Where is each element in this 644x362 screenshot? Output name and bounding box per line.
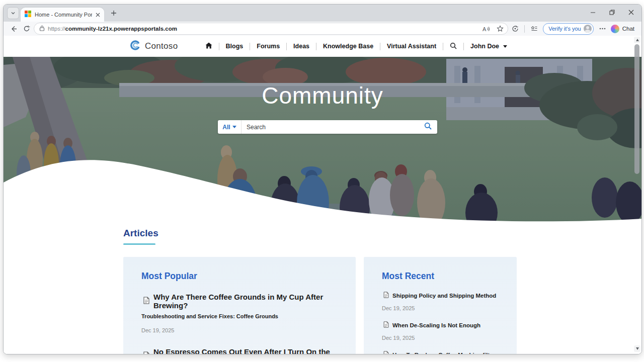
tab-strip: Home - Community Portal — [4, 5, 641, 22]
document-icon — [143, 351, 149, 354]
hero-search-bar: All — [218, 120, 437, 134]
avatar — [584, 25, 592, 33]
url-field[interactable]: https://community-lz21x.powerappsportals… — [34, 23, 508, 35]
url-host: community-lz21x.powerappsportals.com — [65, 26, 177, 32]
hero-title: Community — [4, 82, 641, 109]
search-submit-button[interactable] — [418, 120, 437, 134]
heading-underline — [123, 243, 155, 245]
section-heading: Articles — [123, 228, 641, 239]
article-date: Dec 19, 2025 — [382, 305, 499, 311]
new-tab-button[interactable] — [107, 7, 120, 20]
document-icon — [143, 297, 149, 306]
read-aloud-icon[interactable]: A — [480, 23, 492, 34]
back-icon[interactable] — [8, 23, 20, 35]
search-icon — [424, 122, 432, 132]
tab-close-icon[interactable] — [96, 13, 100, 17]
most-recent-card: Most Recent Shipping Policy and Shipping… — [364, 257, 517, 354]
document-icon — [383, 321, 389, 329]
hero-banner: Community All — [4, 57, 641, 222]
close-button[interactable] — [621, 5, 640, 20]
url-text[interactable]: https://community-lz21x.powerappsportals… — [48, 26, 477, 32]
search-icon — [450, 42, 457, 51]
nav-item-virtual-assistant[interactable]: Virtual Assistant — [380, 43, 443, 50]
scrollbar-thumb[interactable] — [634, 44, 639, 174]
article-link[interactable]: No Espresso Comes Out Even After I Turn … — [143, 347, 338, 354]
contoso-logo-icon — [130, 40, 140, 52]
browser-essentials-icon[interactable] — [509, 23, 521, 35]
restore-button[interactable] — [602, 5, 621, 20]
article-title: When De-Scaling Is Not Enough — [392, 322, 480, 328]
most-recent-heading: Most Recent — [382, 271, 499, 282]
document-icon — [383, 292, 389, 299]
most-popular-heading: Most Popular — [141, 271, 338, 282]
article-link[interactable]: When De-Scaling Is Not Enough — [383, 321, 499, 329]
copilot-icon — [611, 25, 619, 33]
more-menu-icon[interactable] — [597, 23, 609, 35]
window-controls — [583, 5, 640, 20]
toolbar-divider — [524, 25, 525, 33]
copilot-chat-button[interactable]: Chat — [611, 25, 634, 33]
tab-title: Home - Community Portal — [35, 12, 92, 18]
brand-name: Contoso — [145, 41, 178, 51]
user-menu-label: John Doe — [470, 43, 499, 50]
browser-window: Home - Community Portal — [3, 4, 642, 354]
caret-down-icon — [232, 126, 236, 128]
site-navbar: Contoso Blogs Forums Ideas Knowledge Bas… — [4, 36, 641, 57]
most-popular-card: Most Popular Why Are There Coffee Ground… — [123, 257, 356, 354]
favorite-star-icon[interactable] — [495, 23, 506, 34]
nav-home-button[interactable] — [199, 42, 219, 50]
article-subtitle: Troubleshooting and Service Fixes: Coffe… — [141, 313, 338, 319]
page-scrollbar[interactable] — [634, 37, 640, 352]
article-title: Shipping Policy and Shipping Method — [392, 293, 496, 299]
nav-item-ideas[interactable]: Ideas — [287, 43, 316, 50]
article-link[interactable]: Shipping Policy and Shipping Method — [383, 292, 499, 299]
url-scheme: https:// — [48, 26, 65, 32]
brand[interactable]: Contoso — [130, 36, 178, 57]
copilot-chat-label: Chat — [622, 26, 634, 32]
site-menu: Blogs Forums Ideas Knowledge Base Virtua… — [199, 36, 514, 57]
article-link[interactable]: Why Are There Coffee Grounds in My Cup A… — [143, 293, 338, 310]
microsoft-favicon — [25, 10, 31, 19]
nav-item-knowledge-base[interactable]: Knowledge Base — [316, 43, 380, 50]
nav-item-forums[interactable]: Forums — [250, 43, 286, 50]
user-menu[interactable]: John Doe — [464, 43, 514, 50]
minimize-button[interactable] — [583, 5, 602, 20]
scroll-up-icon[interactable] — [634, 37, 640, 43]
address-bar: https://community-lz21x.powerappsportals… — [4, 22, 641, 36]
browser-tab[interactable]: Home - Community Portal — [21, 8, 104, 22]
verify-identity-label: Verify it's you — [548, 26, 581, 32]
articles-section: Articles Most Popular Why Are There Coff… — [4, 222, 641, 354]
verify-identity-button[interactable]: Verify it's you — [543, 23, 593, 35]
home-icon — [205, 42, 212, 50]
article-date: Dec 19, 2025 — [141, 327, 338, 333]
document-icon — [383, 351, 389, 354]
article-link[interactable]: How To Replace Coffee Machine filter — [383, 351, 499, 354]
site-info-icon[interactable] — [39, 24, 45, 33]
chevron-down-icon — [11, 9, 16, 18]
svg-text:A: A — [482, 26, 487, 32]
scroll-down-icon[interactable] — [634, 345, 640, 352]
page-viewport: Contoso Blogs Forums Ideas Knowledge Bas… — [4, 36, 641, 354]
tab-search-button[interactable] — [7, 7, 19, 19]
search-scope-dropdown[interactable]: All — [218, 120, 242, 134]
article-date: Dec 19, 2025 — [382, 335, 499, 341]
search-input[interactable] — [242, 120, 418, 134]
caret-down-icon — [503, 45, 507, 48]
nav-item-blogs[interactable]: Blogs — [219, 43, 250, 50]
favorites-bar-icon[interactable] — [528, 23, 540, 35]
refresh-icon[interactable] — [21, 23, 33, 35]
article-title: How To Replace Coffee Machine filter — [392, 352, 495, 354]
search-scope-label: All — [222, 124, 230, 131]
article-title: No Espresso Comes Out Even After I Turn … — [153, 347, 338, 354]
nav-search-button[interactable] — [443, 42, 463, 51]
article-title: Why Are There Coffee Grounds in My Cup A… — [153, 293, 338, 310]
